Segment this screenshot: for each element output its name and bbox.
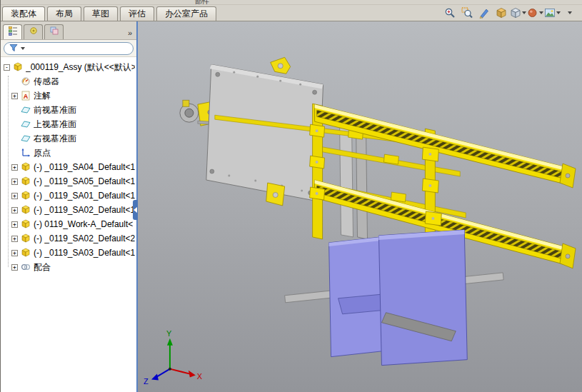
zoom-to-area-button[interactable] bbox=[459, 6, 474, 19]
pen-tool-icon bbox=[478, 7, 490, 19]
tree-item-label[interactable]: (-) _0119_SA03_Default<1 bbox=[34, 248, 135, 258]
expander-icon[interactable]: + bbox=[11, 250, 18, 256]
clipped-toolbar-label[interactable]: 部件 bbox=[195, 0, 209, 5]
tree-item-component[interactable]: + (-) _0119_SA01_Default<1 bbox=[11, 189, 135, 203]
tree-filter-input[interactable] bbox=[4, 42, 134, 55]
panel-tabs-overflow-chevron[interactable]: » bbox=[128, 29, 134, 39]
featuremanager-tab[interactable] bbox=[3, 24, 22, 39]
expander-icon[interactable]: + bbox=[11, 179, 18, 185]
expander-icon[interactable]: + bbox=[11, 164, 18, 171]
appearance-dropdown-arrow-icon bbox=[539, 11, 543, 14]
tree-item-label[interactable]: 传感器 bbox=[34, 76, 59, 88]
tree-item-component[interactable]: + (-) _0119_SA02_Default<2 bbox=[11, 231, 135, 246]
tree-item-component[interactable]: + (-) _0119_SA05_Default<1 bbox=[11, 174, 135, 189]
expander-icon[interactable]: + bbox=[11, 236, 18, 242]
zoom-in-button[interactable] bbox=[442, 6, 457, 19]
component-icon bbox=[21, 205, 31, 215]
frame-left-post bbox=[313, 104, 323, 239]
tree-item-label[interactable]: (-) _0119_SA02_Default<2 bbox=[34, 233, 135, 243]
graphics-area[interactable]: Y X Z bbox=[138, 21, 582, 392]
tree-item-component[interactable]: + (-) _0119_SA03_Default<1 bbox=[11, 246, 135, 260]
edit-appearance-button[interactable] bbox=[528, 6, 543, 19]
triad-y-label: Y bbox=[166, 329, 172, 338]
expander-icon[interactable]: + bbox=[11, 221, 18, 228]
featuremanager-tree-icon bbox=[8, 26, 18, 39]
expander-icon[interactable]: + bbox=[11, 93, 18, 99]
tab-sketch[interactable]: 草图 bbox=[84, 6, 118, 21]
filter-funnel-icon bbox=[9, 42, 18, 55]
scene-icon bbox=[544, 7, 556, 19]
apply-scene-button[interactable] bbox=[545, 6, 560, 19]
display-style-button[interactable] bbox=[511, 6, 526, 19]
annotation-icon: A bbox=[21, 91, 31, 101]
tree-item-annotations[interactable]: + A 注解 bbox=[11, 89, 135, 103]
tree-item-label[interactable]: 配合 bbox=[34, 261, 51, 273]
component-icon bbox=[21, 219, 31, 229]
tree-item-assembly-root[interactable]: - _000119_Assy (默认<<默认>_ bbox=[4, 60, 135, 74]
sensor-icon bbox=[21, 76, 31, 86]
zoom-area-icon bbox=[461, 7, 473, 19]
component-icon bbox=[21, 191, 31, 201]
filter-dropdown-arrow-icon bbox=[21, 47, 25, 50]
tree-item-label[interactable]: 右视基准面 bbox=[34, 133, 76, 145]
panel-collapse-handle[interactable] bbox=[133, 200, 138, 220]
tree-item-front-plane[interactable]: 前视基准面 bbox=[11, 103, 135, 117]
tree-item-component[interactable]: + (-) 0119_Work-A_Default< bbox=[11, 217, 135, 231]
triad-x-label: X bbox=[197, 372, 203, 381]
command-manager-tab-bar: 装配体 布局 草图 评估 办公室产品 bbox=[1, 5, 582, 21]
triad-z-label: Z bbox=[144, 377, 149, 386]
configurationmanager-tab[interactable] bbox=[44, 24, 64, 39]
tree-item-label[interactable]: (-) _0119_SA01_Default<1 bbox=[34, 191, 135, 201]
expander-icon[interactable]: + bbox=[11, 193, 18, 199]
clipped-upper-toolbar: 部件 bbox=[1, 0, 582, 5]
center-support-plates bbox=[340, 121, 368, 239]
tree-item-label[interactable]: (-) _0119_SA04_Default<1 bbox=[34, 162, 135, 172]
tree-item-right-plane[interactable]: 右视基准面 bbox=[11, 131, 135, 146]
tree-item-label[interactable]: (-) 0119_Work-A_Default< bbox=[34, 219, 133, 229]
tree-item-label[interactable]: _000119_Assy (默认<<默认>_ bbox=[26, 61, 135, 74]
tab-evaluate[interactable]: 评估 bbox=[120, 6, 154, 21]
assembly-icon bbox=[13, 62, 23, 72]
tree-item-label[interactable]: 原点 bbox=[34, 147, 51, 159]
tree-item-component[interactable]: + (-) _0119_SA02_Default<1 bbox=[11, 203, 135, 217]
configurationmanager-icon bbox=[49, 26, 59, 39]
tree-item-sensors[interactable]: 传感器 bbox=[11, 74, 135, 89]
top-bracket bbox=[271, 57, 291, 74]
tree-item-top-plane[interactable]: 上视基准面 bbox=[11, 117, 135, 131]
tab-layout[interactable]: 布局 bbox=[47, 6, 81, 21]
expander-icon[interactable]: + bbox=[11, 207, 18, 213]
expander-icon[interactable]: + bbox=[11, 264, 18, 271]
display-style-icon bbox=[510, 7, 521, 19]
orientation-triad: Y X Z bbox=[144, 329, 203, 386]
collapse-expander-icon[interactable]: - bbox=[4, 64, 10, 71]
tree-item-label[interactable]: (-) _0119_SA05_Default<1 bbox=[34, 176, 135, 186]
main-area: » - _000119_Assy (默认<<默认>_ 传感器 bbox=[1, 21, 582, 392]
base-plate bbox=[206, 64, 323, 201]
tree-item-label[interactable]: 上视基准面 bbox=[34, 119, 76, 131]
tab-office-products[interactable]: 办公室产品 bbox=[156, 6, 216, 21]
tree-item-component[interactable]: + (-) _0119_SA04_Default<1 bbox=[11, 160, 135, 174]
feature-tree: - _000119_Assy (默认<<默认>_ 传感器 + A 注解 bbox=[1, 57, 136, 392]
feature-manager-panel: » - _000119_Assy (默认<<默认>_ 传感器 bbox=[1, 21, 138, 392]
component-icon bbox=[21, 176, 31, 186]
scene-dropdown-arrow-icon bbox=[556, 11, 561, 14]
rail-upper bbox=[315, 104, 576, 188]
propertymanager-tab[interactable] bbox=[24, 24, 43, 39]
pen-tool-button[interactable] bbox=[476, 6, 491, 19]
bottom-bracket bbox=[266, 183, 285, 206]
mates-icon bbox=[21, 262, 31, 272]
tree-item-label[interactable]: 前视基准面 bbox=[34, 104, 76, 116]
tree-item-label[interactable]: 注解 bbox=[34, 90, 51, 102]
tree-item-origin[interactable]: 原点 bbox=[11, 146, 135, 160]
tree-item-mates[interactable]: + 配合 bbox=[11, 260, 135, 274]
tab-assembly[interactable]: 装配体 bbox=[2, 6, 45, 21]
solidworks-window: 部件 装配体 布局 草图 评估 办公室产品 bbox=[0, 0, 582, 392]
view-orientation-button[interactable] bbox=[493, 6, 508, 19]
cad-model-canvas: Y X Z bbox=[138, 21, 582, 392]
component-icon bbox=[21, 248, 31, 258]
toolbar-overflow-chevron-icon bbox=[568, 11, 572, 14]
chair-fixture bbox=[329, 230, 468, 366]
zoom-in-icon bbox=[444, 7, 456, 19]
tree-item-label[interactable]: (-) _0119_SA02_Default<1 bbox=[34, 205, 135, 215]
toolbar-overflow-button[interactable] bbox=[562, 6, 577, 19]
